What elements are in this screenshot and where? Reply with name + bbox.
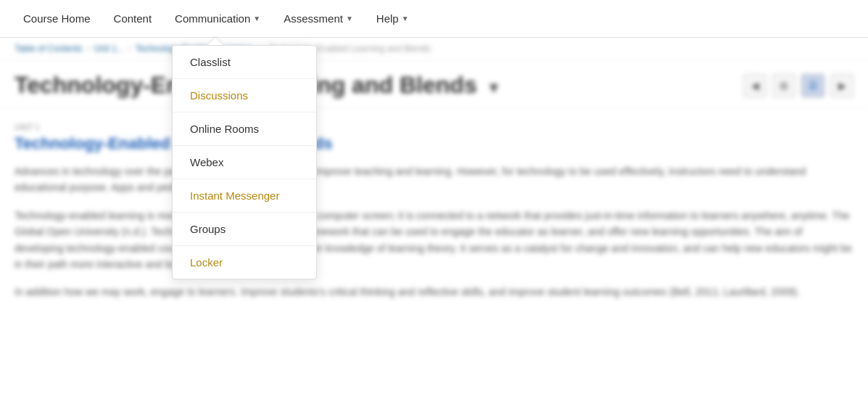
nav-next-btn[interactable]: ▶: [830, 74, 853, 97]
paragraph-2: Technology-enabled learning is more than…: [15, 208, 853, 273]
paragraph-1: Advances in technology over the past sev…: [15, 163, 853, 196]
section-label: UNIT 1: [15, 123, 853, 131]
nav-communication[interactable]: Communication ▼: [163, 0, 272, 38]
menu-item-online-rooms[interactable]: Online Rooms: [173, 112, 316, 146]
communication-chevron-icon: ▼: [253, 15, 260, 22]
menu-item-instant-messenger[interactable]: Instant Messenger: [173, 179, 316, 213]
nav-course-home-label: Course Home: [23, 12, 91, 25]
title-controls: ◀ ⊞ ☰ ▶: [743, 74, 853, 97]
assessment-chevron-icon: ▼: [346, 15, 353, 22]
dropdown-menu: Classlist Discussions Online Rooms Webex…: [172, 45, 317, 279]
menu-item-webex[interactable]: Webex: [173, 146, 316, 179]
nav-communication-label: Communication: [175, 12, 250, 25]
navbar: Course Home Content Communication ▼ Asse…: [0, 0, 868, 38]
background-content: Table of Contents › Unit 1... › Technolo…: [0, 38, 868, 327]
nav-assessment[interactable]: Assessment ▼: [272, 0, 365, 38]
menu-item-groups[interactable]: Groups: [173, 213, 316, 246]
breadcrumb-sep-1: ›: [86, 44, 89, 54]
nav-content[interactable]: Content: [102, 0, 164, 38]
breadcrumb-item-1: Table of Contents: [15, 44, 82, 54]
help-chevron-icon: ▼: [402, 15, 409, 22]
nav-content-label: Content: [114, 12, 152, 25]
breadcrumb-item-2: Unit 1...: [94, 44, 123, 54]
nav-prev-btn[interactable]: ◀: [743, 74, 766, 97]
section-title: Technology-Enabled Learning and Blends: [15, 134, 853, 153]
nav-help-label: Help: [376, 12, 399, 25]
breadcrumb: Table of Contents › Unit 1... › Technolo…: [0, 38, 868, 60]
breadcrumb-sep-2: ›: [128, 44, 131, 54]
dropdown-arrow: [208, 38, 223, 45]
nav-course-home[interactable]: Course Home: [12, 0, 102, 38]
nav-grid-btn[interactable]: ⊞: [772, 74, 795, 97]
menu-item-discussions[interactable]: Discussions: [173, 79, 316, 112]
menu-item-locker[interactable]: Locker: [173, 246, 316, 279]
menu-item-classlist[interactable]: Classlist: [173, 46, 316, 79]
communication-dropdown: Classlist Discussions Online Rooms Webex…: [172, 38, 317, 279]
nav-assessment-label: Assessment: [284, 12, 343, 25]
paragraph-3: In addition how we may work, engage to l…: [15, 284, 853, 300]
content-section: UNIT 1 Technology-Enabled Learning and B…: [0, 108, 868, 327]
nav-help[interactable]: Help ▼: [365, 0, 421, 38]
page-title-area: Technology-Enabled Learning and Blends ▾…: [0, 60, 868, 108]
nav-list-btn[interactable]: ☰: [801, 74, 824, 97]
